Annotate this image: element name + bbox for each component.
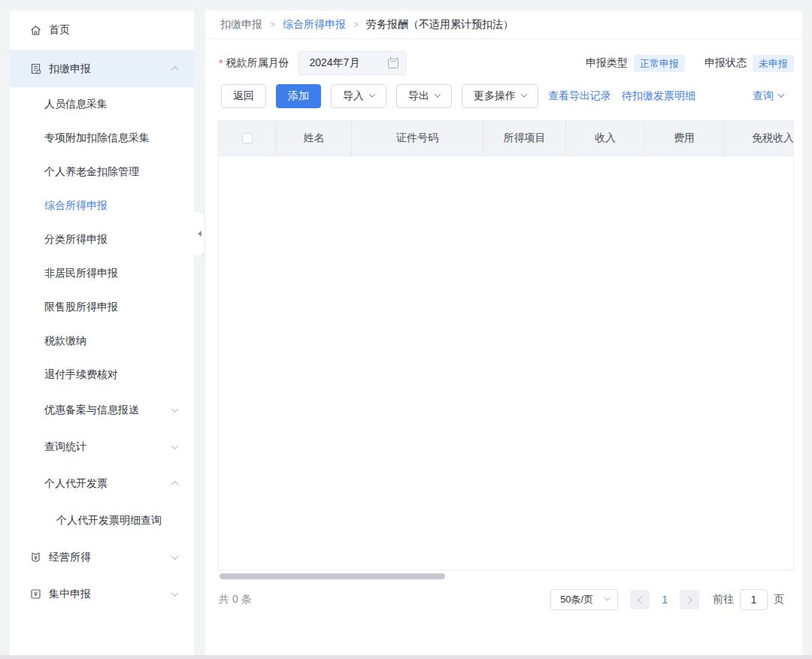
breadcrumb-separator: > (353, 20, 359, 30)
goto-label: 前往 (713, 593, 734, 606)
breadcrumb: 扣缴申报 > 综合所得申报 > 劳务报酬（不适用累计预扣法） (205, 11, 802, 39)
query-label: 查询 (753, 89, 774, 103)
page-size-select[interactable]: 50条/页 (550, 589, 618, 610)
sidebar-item-label: 非居民所得申报 (44, 267, 177, 280)
sidebar-item-label: 首页 (49, 23, 177, 37)
table-footer: 共 0 条 50条/页 1 前往 页 (219, 589, 784, 610)
sidebar-item-label: 专项附加扣除信息采集 (44, 131, 177, 145)
chevron-left-icon (638, 596, 645, 603)
page-unit-label: 页 (774, 593, 784, 606)
sidebar-item-personal-invoice[interactable]: 个人代开发票 (10, 465, 194, 502)
import-label: 导入 (343, 89, 364, 103)
sidebar-item-label: 限售股所得申报 (44, 301, 177, 314)
breadcrumb-separator: > (270, 20, 275, 30)
collapse-arrow-icon (198, 231, 201, 237)
declare-type-badge: 正常申报 (634, 55, 685, 72)
sidebar-item-label: 扣缴申报 (49, 62, 172, 76)
sidebar-item-label: 综合所得申报 (44, 199, 177, 213)
chevron-down-icon (369, 91, 375, 97)
declare-status-badge: 未申报 (753, 55, 794, 72)
sidebar-item-centralized-declare[interactable]: 集中申报 (10, 576, 194, 612)
chevron-down-icon (171, 405, 179, 413)
sidebar-item-personnel-info[interactable]: 人员信息采集 (10, 87, 194, 121)
horizontal-scrollbar (220, 573, 794, 579)
sidebar-item-query-statistics[interactable]: 查询统计 (10, 428, 194, 465)
column-header-name: 姓名 (277, 121, 352, 156)
centralized-declare-icon (29, 588, 42, 600)
sidebar-collapse-handle[interactable] (194, 212, 205, 255)
import-button[interactable]: 导入 (331, 84, 386, 108)
chevron-down-icon (778, 91, 784, 97)
sidebar-item-preferential-filing[interactable]: 优惠备案与信息报送 (10, 391, 194, 428)
filter-row: * 税款所属月份 2024年7月 申报类型 正常申报 申报状态 未申报 (219, 51, 794, 75)
sidebar-item-nonresident-income[interactable]: 非居民所得申报 (10, 256, 194, 290)
sidebar-item-home[interactable]: 首页 (10, 11, 194, 50)
sidebar-item-comprehensive-income[interactable]: 综合所得申报 (10, 189, 194, 222)
main-panel: 扣缴申报 > 综合所得申报 > 劳务报酬（不适用累计预扣法） * 税款所属月份 … (205, 11, 802, 655)
select-all-cell (219, 121, 277, 156)
column-header-income-item: 所得项目 (483, 121, 566, 156)
declare-status-label: 申报状态 (704, 56, 747, 70)
breadcrumb-item: 扣缴申报 (220, 18, 262, 32)
sidebar: 首页 扣缴申报 人员信息采集 专项附加扣除信息采集 个人养老金扣除管理 综合所得… (10, 11, 194, 655)
data-table: 姓名 证件号码 所得项目 收入 费用 免税收入 (218, 120, 794, 570)
sidebar-item-restricted-stock-income[interactable]: 限售股所得申报 (10, 290, 194, 324)
required-asterisk: * (219, 57, 223, 69)
export-button[interactable]: 导出 (396, 84, 452, 108)
sidebar-item-refund-fee-check[interactable]: 退付手续费核对 (10, 358, 194, 391)
total-count: 共 0 条 (219, 593, 252, 606)
sidebar-item-personal-invoice-detail[interactable]: 个人代开发票明细查询 (10, 502, 194, 539)
goto-page-input[interactable] (740, 589, 768, 610)
prev-page-button[interactable] (630, 590, 650, 609)
toolbar: 返回 添加 导入 导出 更多操作 查看导出记录 待扣缴发票明细 查询 (221, 84, 794, 108)
tax-month-value: 2024年7月 (309, 56, 388, 70)
more-actions-button[interactable]: 更多操作 (462, 84, 538, 108)
sidebar-item-label: 个人养老金扣除管理 (44, 165, 177, 179)
sidebar-item-label: 查询统计 (44, 440, 172, 454)
pagination: 50条/页 1 前往 页 (550, 589, 784, 610)
page-size-value: 50条/页 (560, 593, 593, 606)
sidebar-item-special-deduction[interactable]: 专项附加扣除信息采集 (10, 121, 194, 155)
chevron-down-icon (604, 594, 611, 600)
column-header-income: 收入 (566, 121, 645, 156)
calendar-icon (388, 59, 398, 68)
more-actions-label: 更多操作 (474, 89, 516, 103)
sidebar-item-classified-income[interactable]: 分类所得申报 (10, 222, 194, 256)
back-button[interactable]: 返回 (221, 84, 266, 108)
home-icon (29, 24, 42, 37)
declare-info: 申报类型 正常申报 申报状态 未申报 (586, 55, 794, 72)
tax-month-label: 税款所属月份 (226, 56, 289, 70)
add-button[interactable]: 添加 (276, 84, 321, 108)
sidebar-item-pension-deduction[interactable]: 个人养老金扣除管理 (10, 155, 194, 189)
select-all-checkbox[interactable] (242, 133, 253, 144)
breadcrumb-item-link[interactable]: 综合所得申报 (283, 18, 346, 32)
column-header-id-number: 证件号码 (352, 121, 483, 156)
sidebar-item-label: 个人代开发票 (44, 477, 172, 491)
sidebar-item-label: 分类所得申报 (44, 233, 177, 246)
chevron-down-icon (171, 589, 179, 597)
tax-month-picker[interactable]: 2024年7月 (298, 51, 407, 75)
query-toggle-link[interactable]: 查询 (753, 89, 783, 103)
chevron-right-icon (685, 596, 692, 603)
sidebar-item-label: 税款缴纳 (44, 334, 177, 348)
chevron-down-icon (435, 91, 441, 97)
current-page-number[interactable]: 1 (662, 594, 668, 606)
export-label: 导出 (408, 89, 429, 103)
sidebar-item-business-income[interactable]: 经营所得 (10, 539, 194, 576)
view-export-records-link[interactable]: 查看导出记录 (548, 89, 611, 103)
chevron-down-icon (171, 552, 179, 560)
chevron-down-icon (171, 442, 179, 449)
horizontal-scrollbar-thumb[interactable] (220, 573, 445, 579)
sidebar-item-tax-payment[interactable]: 税款缴纳 (10, 324, 194, 358)
column-header-fee: 费用 (645, 121, 724, 156)
next-page-button[interactable] (680, 590, 699, 609)
sidebar-item-label: 个人代开发票明细查询 (56, 514, 177, 528)
sidebar-item-withholding-declare[interactable]: 扣缴申报 (10, 50, 194, 87)
chevron-up-icon (171, 481, 179, 488)
pending-invoice-detail-link[interactable]: 待扣缴发票明细 (622, 89, 695, 103)
chevron-up-icon (171, 66, 179, 74)
sidebar-item-label: 退付手续费核对 (44, 368, 177, 382)
sidebar-item-label: 经营所得 (49, 551, 172, 564)
column-header-taxfree-income: 免税收入 (724, 121, 794, 156)
table-body-empty (219, 156, 793, 570)
